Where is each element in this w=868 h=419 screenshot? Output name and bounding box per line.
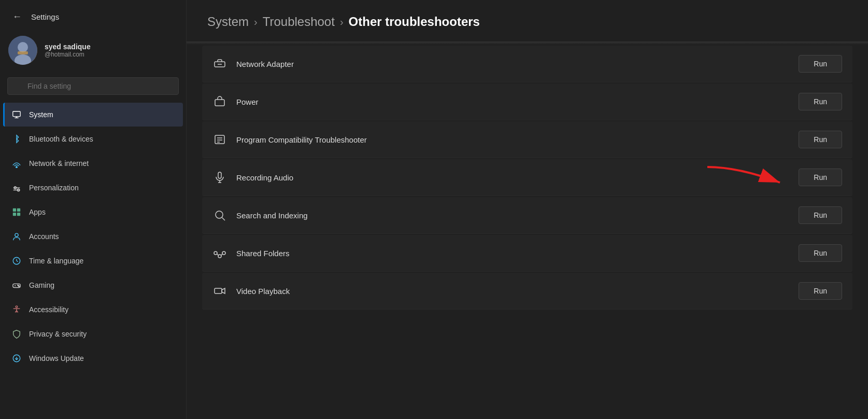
nav-icon-update [11, 353, 22, 364]
svg-rect-3 [18, 51, 28, 54]
avatar [8, 36, 37, 65]
icon-power [212, 94, 227, 109]
sidebar-item-gaming[interactable]: Gaming [3, 273, 183, 297]
run-button-shared-folders[interactable]: Run [799, 244, 842, 262]
svg-line-49 [221, 254, 223, 256]
user-info: syed sadique @hotmail.com [45, 43, 91, 58]
svg-rect-15 [17, 213, 20, 216]
troubleshooter-item-search-indexing: Search and Indexing Run [202, 197, 852, 234]
icon-video-playback [212, 284, 227, 298]
nav-label-update: Windows Update [29, 354, 84, 362]
sidebar-item-accounts[interactable]: Accounts [3, 225, 183, 248]
name-network-adapter: Network Adapter [236, 60, 789, 68]
nav-label-network: Network & internet [29, 159, 89, 167]
nav-label-system: System [29, 110, 53, 119]
nav-list: System Bluetooth & devices Network & int… [0, 102, 186, 371]
breadcrumb-troubleshoot[interactable]: Troubleshoot [263, 15, 335, 29]
back-button[interactable]: ← [8, 9, 26, 24]
nav-label-personalization: Personalization [29, 184, 79, 192]
nav-icon-apps [11, 207, 22, 217]
nav-icon-bluetooth [11, 134, 22, 144]
user-name: syed sadique [45, 43, 91, 51]
run-button-search-indexing[interactable]: Run [799, 206, 842, 224]
nav-label-gaming: Gaming [29, 281, 54, 289]
name-recording-audio: Recording Audio [236, 173, 789, 182]
troubleshooter-item-video-playback: Video Playback Run [202, 273, 852, 310]
nav-icon-gaming [11, 280, 22, 290]
sidebar-item-privacy[interactable]: Privacy & security [3, 322, 183, 346]
name-program-compat: Program Compatibility Troubleshooter [236, 135, 789, 144]
svg-line-44 [222, 218, 225, 221]
nav-icon-system [11, 109, 22, 120]
nav-label-accessibility: Accessibility [29, 305, 68, 314]
nav-icon-time [11, 256, 22, 266]
troubleshooter-item-power: Power Run [202, 83, 852, 120]
scroll-indicator [187, 41, 868, 45]
search-wrapper: 🔍 [7, 77, 179, 95]
sidebar-item-accessibility[interactable]: Accessibility [3, 298, 183, 322]
breadcrumb: System › Troubleshoot › Other troublesho… [187, 0, 868, 41]
svg-rect-50 [215, 288, 222, 294]
breadcrumb-sep-1: › [254, 16, 258, 28]
sidebar-item-apps[interactable]: Apps [3, 200, 183, 224]
svg-point-24 [19, 286, 20, 287]
breadcrumb-system[interactable]: System [207, 15, 249, 29]
name-shared-folders: Shared Folders [236, 249, 789, 258]
nav-icon-accounts [11, 231, 22, 242]
svg-point-7 [16, 166, 18, 168]
svg-rect-39 [218, 172, 221, 178]
nav-label-accounts: Accounts [29, 232, 59, 241]
troubleshooter-item-network-adapter: Network Adapter Run [202, 46, 852, 82]
search-container: 🔍 [0, 73, 186, 102]
run-button-video-playback[interactable]: Run [799, 282, 842, 300]
sidebar-item-update[interactable]: Windows Update [3, 346, 183, 370]
sidebar-item-system[interactable]: System [3, 103, 183, 127]
icon-search-indexing [212, 208, 227, 222]
svg-rect-4 [13, 111, 20, 117]
nav-label-apps: Apps [29, 208, 46, 216]
nav-icon-accessibility [11, 304, 22, 315]
svg-rect-13 [17, 208, 20, 212]
troubleshooter-list: Network Adapter Run Power Run Program Co… [187, 46, 868, 310]
sidebar-item-bluetooth[interactable]: Bluetooth & devices [3, 127, 183, 151]
sidebar-item-personalization[interactable]: Personalization [3, 176, 183, 200]
svg-marker-51 [222, 288, 225, 294]
main-content: System › Troubleshoot › Other troublesho… [187, 0, 868, 419]
nav-icon-network [11, 158, 22, 169]
svg-point-25 [16, 306, 18, 308]
icon-shared-folders [212, 246, 227, 260]
icon-program-compat [212, 132, 227, 147]
icon-network-adapter [212, 57, 227, 71]
run-button-recording-audio[interactable]: Run [799, 169, 842, 186]
user-profile: syed sadique @hotmail.com [0, 30, 186, 73]
search-input[interactable] [7, 77, 179, 95]
name-video-playback: Video Playback [236, 287, 789, 296]
run-button-network-adapter[interactable]: Run [799, 55, 842, 73]
svg-rect-34 [215, 100, 224, 106]
run-button-power[interactable]: Run [799, 93, 842, 110]
sidebar-item-network[interactable]: Network & internet [3, 151, 183, 175]
troubleshooter-item-recording-audio: Recording Audio Run [202, 159, 852, 196]
icon-recording-audio [212, 170, 227, 185]
nav-label-privacy: Privacy & security [29, 330, 87, 338]
nav-label-time: Time & language [29, 257, 83, 265]
svg-point-16 [15, 233, 18, 236]
run-button-program-compat[interactable]: Run [799, 131, 842, 148]
svg-line-19 [17, 261, 18, 262]
svg-point-1 [18, 42, 28, 52]
svg-point-23 [18, 285, 19, 286]
app-title: Settings [31, 12, 59, 21]
sidebar-item-time[interactable]: Time & language [3, 249, 183, 273]
troubleshooter-item-program-compat: Program Compatibility Troubleshooter Run [202, 121, 852, 158]
breadcrumb-current: Other troubleshooters [349, 15, 480, 29]
nav-icon-privacy [11, 329, 22, 339]
sidebar: ← Settings syed sadique @hotmail.com 🔍 [0, 0, 187, 419]
svg-rect-12 [13, 208, 16, 212]
sidebar-header: ← Settings [0, 0, 186, 30]
name-power: Power [236, 97, 789, 106]
nav-icon-personalization [11, 183, 22, 193]
svg-point-43 [216, 211, 223, 218]
breadcrumb-sep-2: › [340, 16, 344, 28]
user-email: @hotmail.com [45, 51, 91, 58]
svg-line-48 [217, 254, 219, 256]
